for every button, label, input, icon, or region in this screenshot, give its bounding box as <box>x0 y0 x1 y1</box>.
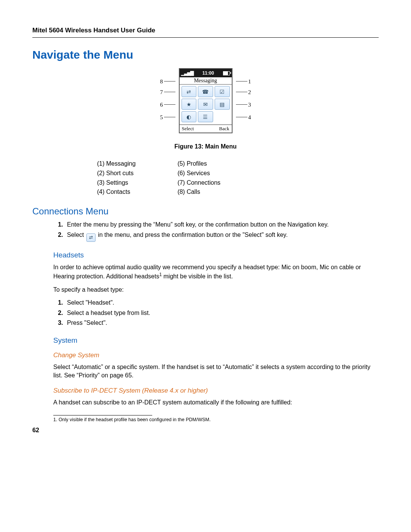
figure-legend: (1) Messaging (2) Short cuts (3) Setting… <box>97 159 379 197</box>
line <box>236 104 247 105</box>
subscribe-heading: Subscribe to IP-DECT System (Release 4.x… <box>53 387 379 395</box>
line <box>164 81 175 81</box>
settings-icon: ▤ <box>215 99 230 110</box>
services-icon: ★ <box>182 99 197 110</box>
system-heading: System <box>53 336 379 345</box>
callout-3: 3 <box>248 102 251 108</box>
figure-main-menu: ▁▃▅▇ 11:00 Messaging ⇄ ☎ ☑ ★ ✉ ▤ ◐ ☰ <box>32 68 379 133</box>
messaging-icon: ✉ <box>198 99 213 110</box>
callout-1: 1 <box>248 78 251 85</box>
softkey-back: Back <box>217 125 232 133</box>
list-item: Select a headset type from list. <box>65 309 379 317</box>
battery-icon <box>223 71 230 75</box>
line <box>236 81 247 81</box>
callout-8: 8 <box>160 78 163 85</box>
line <box>236 117 247 117</box>
contacts-icon: ☰ <box>198 111 213 122</box>
line <box>164 92 175 92</box>
list-item: Press "Select". <box>65 319 379 327</box>
connections-heading: Connections Menu <box>32 206 379 217</box>
paragraph: To specify a headset type: <box>53 286 379 294</box>
calls-icon: ☎ <box>198 86 213 97</box>
callout-4: 4 <box>248 114 251 121</box>
legend-item: (2) Short cuts <box>97 169 135 178</box>
list-item: Select ⇄ in the menu, and press the conf… <box>65 231 379 242</box>
callout-2: 2 <box>248 89 251 96</box>
legend-item: (3) Settings <box>97 178 135 188</box>
page-number: 62 <box>32 427 379 434</box>
callout-5: 5 <box>160 114 163 121</box>
legend-item: (7) Connections <box>177 178 220 188</box>
connections-steps: Enter the menu by pressing the “Menu” so… <box>53 220 379 242</box>
header-rule <box>32 37 379 38</box>
status-time: 11:00 <box>202 70 214 76</box>
connections-icon: ⇄ <box>182 86 197 97</box>
headset-steps: Select "Headset". Select a headset type … <box>53 299 379 327</box>
list-item: Select "Headset". <box>65 299 379 307</box>
headsets-heading: Headsets <box>53 251 379 259</box>
figure-caption: Figure 13: Main Menu <box>32 143 379 150</box>
document-header: Mitel 5604 Wireless Handset User Guide <box>32 27 379 34</box>
paragraph: Select “Automatic” or a specific system.… <box>53 363 379 380</box>
line <box>164 117 175 117</box>
profiles-icon: ◐ <box>182 111 197 122</box>
callout-6: 6 <box>160 102 163 108</box>
softkey-select: Select <box>180 125 196 133</box>
text: Select <box>67 232 86 238</box>
footnote-rule <box>53 415 152 415</box>
page-title: Navigate the Menu <box>32 48 379 61</box>
text: might be visible in the list. <box>162 273 233 280</box>
legend-item: (5) Profiles <box>177 159 220 169</box>
legend-item: (6) Services <box>177 169 220 178</box>
legend-item: (1) Messaging <box>97 159 135 169</box>
line <box>164 104 175 105</box>
change-system-heading: Change System <box>53 351 379 359</box>
text: in the menu, and press the confirmation … <box>98 232 287 238</box>
legend-item: (4) Contacts <box>97 187 135 197</box>
line <box>236 92 247 92</box>
footnote: 1. Only visible if the headset profile h… <box>53 417 379 422</box>
callout-7: 7 <box>160 89 163 96</box>
connections-icon: ⇄ <box>86 233 96 242</box>
paragraph: A handset can subscribe to an IP-DECT sy… <box>53 398 379 407</box>
signal-icon: ▁▃▅▇ <box>181 70 193 76</box>
menu-title: Messaging <box>180 77 232 85</box>
list-item: Enter the menu by pressing the “Menu” so… <box>65 220 379 229</box>
paragraph: In order to achieve optimal audio qualit… <box>53 263 379 281</box>
shortcuts-icon: ☑ <box>215 86 230 97</box>
legend-item: (8) Calls <box>177 187 220 197</box>
